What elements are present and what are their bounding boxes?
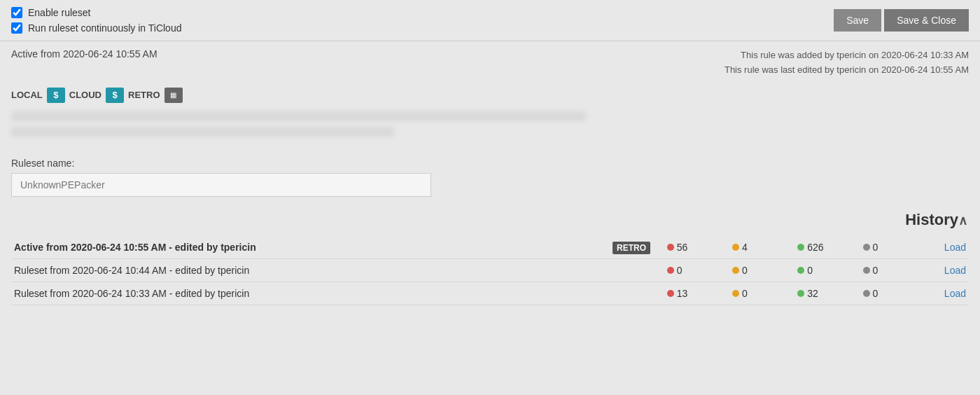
retro-icon[interactable]: ▦ (164, 88, 183, 103)
stat-value: 0 (807, 265, 813, 276)
history-row-load[interactable]: Load (925, 282, 969, 305)
blurred-content (0, 109, 980, 151)
cloud-label: CLOUD (69, 90, 102, 100)
local-label: LOCAL (11, 90, 43, 100)
status-dot (863, 244, 870, 251)
history-header: History∧ (11, 211, 969, 229)
status-dot (667, 290, 674, 297)
status-dot (863, 290, 870, 297)
history-row: Ruleset from 2020-06-24 10:44 AM - edite… (11, 258, 969, 282)
status-dot (797, 267, 804, 274)
top-bar: Enable ruleset Run ruleset continuously … (0, 0, 980, 41)
history-row-description: Ruleset from 2020-06-24 10:33 AM - edite… (11, 282, 610, 305)
history-row-load[interactable]: Load (925, 258, 969, 282)
checkbox-group: Enable ruleset Run ruleset continuously … (11, 7, 181, 34)
history-title: History (905, 211, 958, 228)
ruleset-name-input[interactable] (11, 173, 431, 197)
status-dot (667, 267, 674, 274)
load-link[interactable]: Load (944, 288, 966, 299)
enable-ruleset-checkbox[interactable] (11, 7, 22, 18)
meta-right: This rule was added by tpericin on 2020-… (724, 48, 969, 78)
load-link[interactable]: Load (944, 242, 966, 253)
retro-badge: RETRO (612, 242, 650, 254)
history-row-badge: RETRO (610, 236, 664, 259)
ruleset-label: Ruleset name: (11, 158, 969, 169)
status-dot (797, 290, 804, 297)
cloud-icon[interactable]: $ (106, 88, 124, 103)
history-table: Active from 2020-06-24 10:55 AM - edited… (11, 236, 969, 305)
save-close-button[interactable]: Save & Close (884, 9, 969, 32)
history-row-description: Ruleset from 2020-06-24 10:44 AM - edite… (11, 258, 610, 282)
status-dot (732, 290, 739, 297)
stat-value: 4 (742, 242, 748, 253)
meta-bar: Active from 2020-06-24 10:55 AM This rul… (0, 41, 980, 82)
local-icon[interactable]: $ (47, 88, 65, 103)
status-dot (667, 244, 674, 251)
history-row-stat: 0 (794, 258, 860, 282)
stat-value: 0 (742, 265, 748, 276)
history-row-badge (610, 282, 664, 305)
stat-value: 0 (873, 265, 878, 276)
history-row-stat: 0 (860, 282, 925, 305)
top-buttons: Save Save & Close (834, 9, 969, 32)
history-row: Ruleset from 2020-06-24 10:33 AM - edite… (11, 282, 969, 305)
history-row-stat: 56 (664, 236, 729, 259)
history-row-stat: 626 (794, 236, 860, 259)
stat-value: 32 (807, 288, 818, 299)
history-chevron[interactable]: ∧ (958, 214, 967, 228)
history-row: Active from 2020-06-24 10:55 AM - edited… (11, 236, 969, 259)
run-continuously-label: Run ruleset continuously in TiCloud (28, 22, 181, 34)
last-edited-text: This rule was last edited by tpericin on… (724, 63, 969, 78)
stat-value: 0 (677, 265, 682, 276)
stat-value: 56 (677, 242, 688, 253)
load-link[interactable]: Load (944, 265, 966, 276)
save-button[interactable]: Save (834, 9, 881, 32)
status-dot (797, 244, 804, 251)
history-row-stat: 0 (729, 282, 794, 305)
history-row-stat: 0 (860, 236, 925, 259)
stat-value: 0 (873, 288, 878, 299)
history-row-stat: 13 (664, 282, 729, 305)
stat-value: 0 (742, 288, 748, 299)
ruleset-section: Ruleset name: (0, 151, 980, 204)
run-continuously-row[interactable]: Run ruleset continuously in TiCloud (11, 22, 181, 34)
enable-ruleset-row[interactable]: Enable ruleset (11, 7, 181, 18)
stat-value: 626 (807, 242, 823, 253)
history-row-stat: 0 (664, 258, 729, 282)
status-dot (863, 267, 870, 274)
active-from-text: Active from 2020-06-24 10:55 AM (11, 48, 158, 60)
status-dot (732, 244, 739, 251)
history-row-stat: 0 (729, 258, 794, 282)
retro-label: RETRO (128, 90, 160, 100)
stat-value: 13 (677, 288, 688, 299)
history-row-badge (610, 258, 664, 282)
history-section: History∧ Active from 2020-06-24 10:55 AM… (0, 204, 980, 312)
run-continuously-checkbox[interactable] (11, 22, 22, 34)
added-by-text: This rule was added by tpericin on 2020-… (724, 48, 969, 63)
status-dot (732, 267, 739, 274)
history-row-stat: 32 (794, 282, 860, 305)
history-row-stat: 0 (860, 258, 925, 282)
tag-bar: LOCAL $ CLOUD $ RETRO ▦ (0, 82, 980, 109)
stat-value: 0 (873, 242, 878, 253)
history-row-description: Active from 2020-06-24 10:55 AM - edited… (11, 236, 610, 259)
enable-ruleset-label: Enable ruleset (28, 7, 91, 18)
history-row-stat: 4 (729, 236, 794, 259)
history-row-load[interactable]: Load (925, 236, 969, 259)
